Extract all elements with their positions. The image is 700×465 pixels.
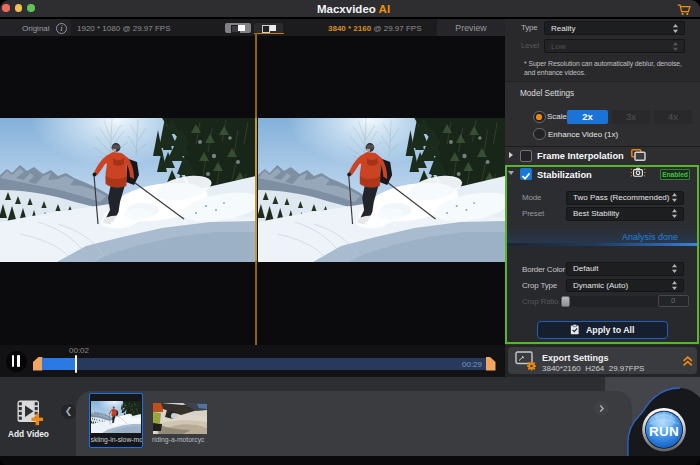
svg-text:RUN: RUN	[649, 424, 679, 439]
